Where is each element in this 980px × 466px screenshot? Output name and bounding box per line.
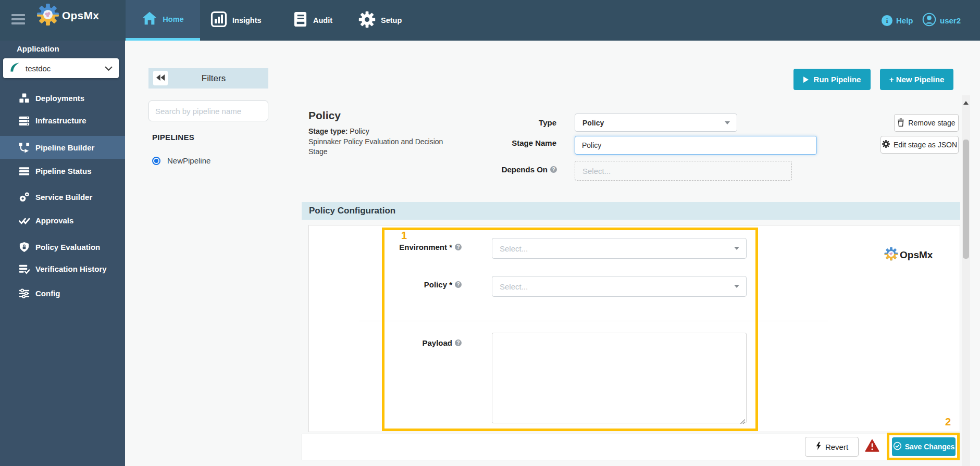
stage-type-label: Stage type: xyxy=(308,127,348,135)
sidebar-item-pipeline-status[interactable]: Pipeline Status xyxy=(0,159,125,182)
sidebar-item-policy-evaluation[interactable]: Policy Evaluation xyxy=(0,235,125,258)
filters-title: Filters xyxy=(169,68,258,89)
sidebar-item-label: Pipeline Status xyxy=(35,167,92,175)
new-pipeline-label: + New Pipeline xyxy=(889,75,944,84)
service-builder-gears-icon xyxy=(19,191,30,203)
play-icon xyxy=(803,77,809,83)
revert-label: Revert xyxy=(825,443,848,451)
remove-stage-label: Remove stage xyxy=(908,119,955,127)
resize-grip-icon[interactable] xyxy=(740,417,745,426)
rewind-icon xyxy=(156,74,165,82)
stage-description: Spinnaker Policy Evaluation and Decision… xyxy=(308,137,461,157)
stage-type-dropdown[interactable]: Policy xyxy=(575,114,737,132)
help-question-icon[interactable]: ? xyxy=(455,281,462,288)
trash-icon xyxy=(897,118,904,128)
save-changes-label: Save Changes xyxy=(905,443,955,451)
environment-select[interactable]: Select... xyxy=(492,238,747,259)
revert-button[interactable]: Revert xyxy=(805,437,859,457)
tab-audit-label: Audit xyxy=(313,16,332,24)
sidebar-item-verification-history[interactable]: Verification History xyxy=(0,257,125,280)
config-sliders-icon xyxy=(19,287,30,299)
depends-on-select[interactable]: Select... xyxy=(575,161,792,181)
policy-select-placeholder: Select... xyxy=(500,282,528,291)
help-question-icon[interactable]: ? xyxy=(455,339,462,346)
help-question-icon[interactable]: ? xyxy=(455,244,462,250)
depends-on-field-label: Depends On? xyxy=(464,165,557,174)
annotation-step-2: 2 xyxy=(945,416,951,428)
sidebar-item-label: Service Builder xyxy=(35,193,92,201)
collapse-filters-button[interactable] xyxy=(153,71,168,85)
policy-shield-icon xyxy=(19,241,30,253)
application-selector[interactable]: testdoc xyxy=(3,58,119,78)
tab-setup[interactable]: Setup xyxy=(358,0,402,41)
pipeline-status-list-icon xyxy=(19,165,30,177)
pipelines-section-title: PIPELINES xyxy=(152,133,194,142)
help-label: Help xyxy=(896,16,913,25)
sidebar-item-label: Deployments xyxy=(35,94,84,103)
caret-down-icon xyxy=(725,121,730,124)
audit-icon xyxy=(293,11,308,30)
lightning-bolt-icon xyxy=(815,442,822,452)
sidebar-item-approvals[interactable]: Approvals xyxy=(0,209,125,232)
scrollbar-up-icon[interactable] xyxy=(963,101,969,105)
approvals-double-check-icon xyxy=(19,215,30,226)
type-field-label: Type xyxy=(489,118,556,127)
opsmx-brand[interactable]: OpsMx xyxy=(36,3,99,28)
stage-name-field-label: Stage Name xyxy=(489,138,556,147)
sidebar-item-service-builder[interactable]: Service Builder xyxy=(0,185,125,208)
brand-name: OpsMx xyxy=(62,9,99,22)
run-pipeline-label: Run Pipeline xyxy=(814,75,861,84)
help-button[interactable]: i Help xyxy=(882,0,913,41)
depends-on-placeholder: Select... xyxy=(582,167,611,175)
application-section-label: Application xyxy=(17,44,59,53)
deployments-cubes-icon xyxy=(19,92,30,104)
payload-textarea[interactable] xyxy=(492,333,747,423)
home-icon xyxy=(142,10,157,28)
sidebar-item-config[interactable]: Config xyxy=(0,282,125,305)
top-nav-bar: OpsMx Home Insights Audit xyxy=(0,0,980,41)
new-pipeline-button[interactable]: + New Pipeline xyxy=(880,69,953,90)
tab-home[interactable]: Home xyxy=(126,0,200,41)
policy-select[interactable]: Select... xyxy=(492,276,747,297)
sidebar-item-label: Verification History xyxy=(35,265,107,273)
stage-name-input[interactable] xyxy=(575,136,817,155)
tab-insights-label: Insights xyxy=(232,16,262,24)
verification-history-icon xyxy=(19,263,30,274)
sidebar-item-label: Infrastructure xyxy=(35,116,86,125)
remove-stage-button[interactable]: Remove stage xyxy=(894,114,959,132)
filters-header: Filters xyxy=(148,68,268,89)
user-avatar-icon xyxy=(922,12,936,29)
infrastructure-server-icon xyxy=(19,115,30,126)
sidebar-item-infrastructure[interactable]: Infrastructure xyxy=(0,109,125,132)
form-divider xyxy=(359,321,828,321)
pipeline-search-input[interactable] xyxy=(148,100,268,121)
pipeline-name: NewPipeline xyxy=(167,156,210,165)
caret-down-icon xyxy=(734,247,739,250)
run-pipeline-button[interactable]: Run Pipeline xyxy=(793,69,871,90)
sidebar-item-deployments[interactable]: Deployments xyxy=(0,86,125,109)
tab-audit[interactable]: Audit xyxy=(293,0,332,41)
tab-setup-label: Setup xyxy=(381,16,402,24)
stage-footer-bar xyxy=(302,434,960,460)
scrollbar-thumb[interactable] xyxy=(963,140,969,259)
hamburger-menu-icon[interactable] xyxy=(11,14,25,24)
application-selector-value: testdoc xyxy=(26,64,105,73)
payload-field-label: Payload? xyxy=(359,338,462,347)
sidebar-item-label: Config xyxy=(35,289,60,298)
help-question-icon[interactable]: ? xyxy=(550,166,557,173)
policy-field-label: Policy *? xyxy=(359,280,462,289)
tab-home-label: Home xyxy=(163,15,183,23)
sidebar-item-label: Pipeline Builder xyxy=(35,143,94,152)
edit-stage-json-button[interactable]: Edit stage as JSON xyxy=(880,136,959,154)
opsmx-watermark-label: OpsMx xyxy=(900,249,933,261)
annotation-step-1: 1 xyxy=(401,230,407,242)
stage-title: Policy xyxy=(308,109,341,122)
setup-gear-icon xyxy=(358,11,376,30)
info-icon: i xyxy=(882,15,892,26)
sidebar-item-pipeline-builder[interactable]: Pipeline Builder xyxy=(0,136,125,159)
tab-insights[interactable]: Insights xyxy=(210,0,262,41)
user-menu[interactable]: user2 xyxy=(922,0,961,41)
save-changes-button[interactable]: Save Changes xyxy=(892,437,956,456)
pipeline-radio-option[interactable]: NewPipeline xyxy=(152,156,210,165)
opsmx-logo-icon xyxy=(36,3,59,28)
